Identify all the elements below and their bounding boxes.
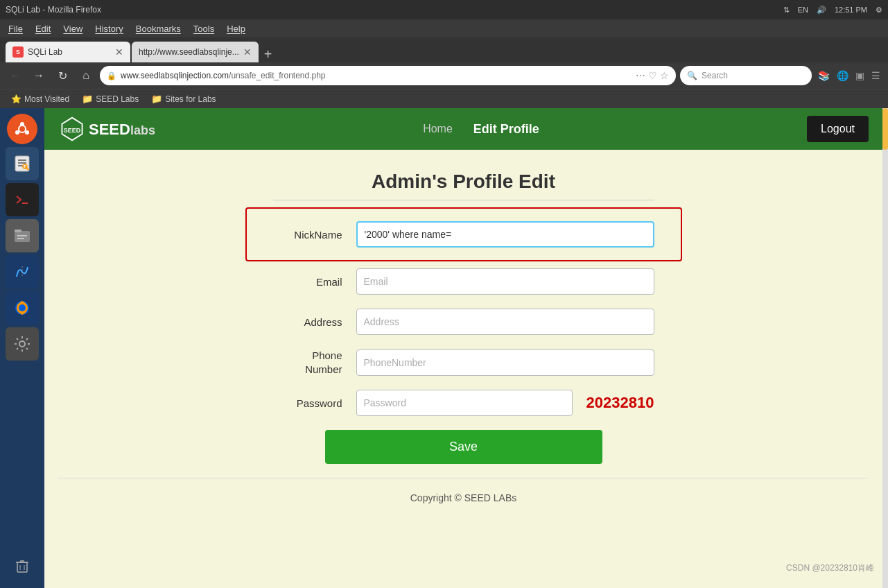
menu-view[interactable]: View xyxy=(58,22,88,35)
most-visited-label: Most Visited xyxy=(24,94,69,104)
phone-label: PhoneNumber xyxy=(273,349,356,376)
scroll-thumb xyxy=(882,108,888,150)
bookmark-btn[interactable]: ♡ xyxy=(648,70,657,81)
sidebar-icon-terminal[interactable] xyxy=(6,183,39,216)
phone-row: PhoneNumber xyxy=(273,349,654,376)
star-btn[interactable]: ☆ xyxy=(660,70,669,81)
security-icon: 🔒 xyxy=(107,71,116,80)
sidebar-icon-firefox[interactable] xyxy=(6,291,39,325)
overflow-menu-icon[interactable]: ☰ xyxy=(869,68,882,83)
sidebar-icon-text-editor[interactable] xyxy=(6,147,39,180)
password-label: Password xyxy=(273,397,356,409)
sidebar-icon-wireshark[interactable] xyxy=(6,255,39,288)
sidebar-icon-trash[interactable] xyxy=(6,549,39,582)
svg-rect-10 xyxy=(13,191,31,209)
forward-button[interactable]: → xyxy=(29,66,49,85)
address-label: Address xyxy=(273,316,356,328)
address-bar[interactable]: 🔒 www.seedlabsqlinjection.com/unsafe_edi… xyxy=(100,66,676,85)
menu-tools[interactable]: Tools xyxy=(188,22,220,35)
tab-label-seed: http://www.seedlabsqlinje... xyxy=(139,47,239,57)
sidebar xyxy=(0,108,44,588)
nav-home[interactable]: Home xyxy=(423,123,453,135)
bookmark-sites-for-labs[interactable]: 📁 Sites for Labs xyxy=(146,92,221,105)
email-input[interactable] xyxy=(356,268,654,295)
sidebar-icon-files[interactable] xyxy=(6,219,39,252)
back-button[interactable]: ← xyxy=(6,66,25,85)
lang-indicator: EN xyxy=(798,6,808,14)
tab-sqli-lab[interactable]: S SQLi Lab ✕ xyxy=(6,42,130,62)
password-row: Password 20232810 xyxy=(273,390,654,416)
sidebar-icon-ubuntu[interactable] xyxy=(7,114,37,144)
menu-help[interactable]: Help xyxy=(221,22,251,35)
logo-text: SEEDlabs xyxy=(89,119,155,139)
home-button[interactable]: ⌂ xyxy=(76,66,96,85)
network-icon: ⇅ xyxy=(783,6,790,15)
password-input[interactable] xyxy=(356,390,573,416)
bookmark-seed-labs[interactable]: 📁 SEED Labs xyxy=(76,92,144,105)
nav-bar: ← → ↻ ⌂ 🔒 www.seedlabsqlinjection.com/un… xyxy=(0,62,888,89)
nickname-row: NickName xyxy=(259,214,668,254)
browser-chrome: File Edit View History Bookmarks Tools H… xyxy=(0,19,888,108)
email-label: Email xyxy=(273,276,356,288)
main-layout: SEED SEEDlabs Home Edit Profile Logout A… xyxy=(0,108,888,588)
search-icon: 🔍 xyxy=(687,71,697,80)
title-bar: SQLi Lab - Mozilla Firefox ⇅ EN 🔊 12:51 … xyxy=(0,0,888,19)
sidebar-icon[interactable]: ▣ xyxy=(853,68,867,83)
bookmark-most-visited[interactable]: ⭐ Most Visited xyxy=(6,93,75,105)
nickname-input[interactable] xyxy=(356,221,654,248)
csdn-watermark: CSDN @20232810肖峰 xyxy=(786,562,874,574)
address-url: www.seedlabsqlinjection.com/unsafe_edit_… xyxy=(121,71,632,80)
menu-history[interactable]: History xyxy=(89,22,128,35)
seed-labs-folder-icon: 📁 xyxy=(82,94,93,104)
logo-seed: SEED xyxy=(89,121,130,138)
page-content: Admin's Profile Edit NickName Email Addr… xyxy=(44,150,882,588)
bookmarks-bar: ⭐ Most Visited 📁 SEED Labs 📁 Sites for L… xyxy=(0,89,888,108)
phone-input[interactable] xyxy=(356,349,654,376)
most-visited-icon: ⭐ xyxy=(11,94,21,104)
library-icon[interactable]: 📚 xyxy=(816,68,832,83)
svg-text:SEED: SEED xyxy=(64,127,81,134)
nav-extras: 📚 🌐 ▣ ☰ xyxy=(816,68,882,83)
scroll-indicator[interactable] xyxy=(882,108,888,588)
nav-edit-profile[interactable]: Edit Profile xyxy=(473,122,539,137)
menu-bookmarks[interactable]: Bookmarks xyxy=(130,22,186,35)
url-path: /unsafe_edit_frontend.php xyxy=(229,71,325,80)
sidebar-icon-settings[interactable] xyxy=(6,327,39,361)
site-header: SEED SEEDlabs Home Edit Profile Logout xyxy=(44,108,882,150)
settings-icon: ⚙ xyxy=(876,6,882,15)
logo-labs: labs xyxy=(130,123,155,137)
volume-icon: 🔊 xyxy=(817,6,826,15)
synced-tabs-icon[interactable]: 🌐 xyxy=(835,68,851,83)
reload-button[interactable]: ↻ xyxy=(53,66,72,85)
new-tab-button[interactable]: + xyxy=(260,46,277,62)
nickname-label: NickName xyxy=(273,229,356,241)
address-row: Address xyxy=(273,309,654,335)
password-side-text: 20232810 xyxy=(586,394,654,412)
menu-file[interactable]: File xyxy=(3,22,28,35)
tab-seedlab[interactable]: http://www.seedlabsqlinje... ✕ xyxy=(132,42,259,62)
menu-bar: File Edit View History Bookmarks Tools H… xyxy=(0,19,888,37)
sites-for-labs-folder-icon: 📁 xyxy=(151,94,162,104)
tab-favicon: S xyxy=(12,46,24,58)
search-bar[interactable]: 🔍 Search xyxy=(680,66,812,85)
tab-close-sqli[interactable]: ✕ xyxy=(115,46,123,58)
tab-bar: S SQLi Lab ✕ http://www.seedlabsqlinje..… xyxy=(0,37,888,62)
svg-rect-19 xyxy=(17,562,27,572)
address-input[interactable] xyxy=(356,309,654,335)
reader-mode-btn[interactable]: ⋯ xyxy=(636,70,645,81)
sites-for-labs-label: Sites for Labs xyxy=(165,94,216,104)
tab-label-sqli: SQLi Lab xyxy=(28,47,111,57)
footer-text: Copyright © SEED LABs xyxy=(410,492,517,503)
site-nav: Home Edit Profile xyxy=(423,122,539,137)
url-domain: www.seedlabsqlinjection.com xyxy=(121,71,229,80)
menu-edit[interactable]: Edit xyxy=(30,22,56,35)
clock: 12:51 PM xyxy=(835,6,867,14)
email-row: Email xyxy=(273,268,654,295)
svg-point-18 xyxy=(19,341,25,347)
svg-rect-13 xyxy=(15,230,21,232)
search-placeholder: Search xyxy=(702,71,728,80)
logout-button[interactable]: Logout xyxy=(807,116,869,142)
save-button[interactable]: Save xyxy=(325,430,602,464)
tab-close-seed[interactable]: ✕ xyxy=(243,46,252,58)
seed-labs-label: SEED Labs xyxy=(96,94,139,104)
